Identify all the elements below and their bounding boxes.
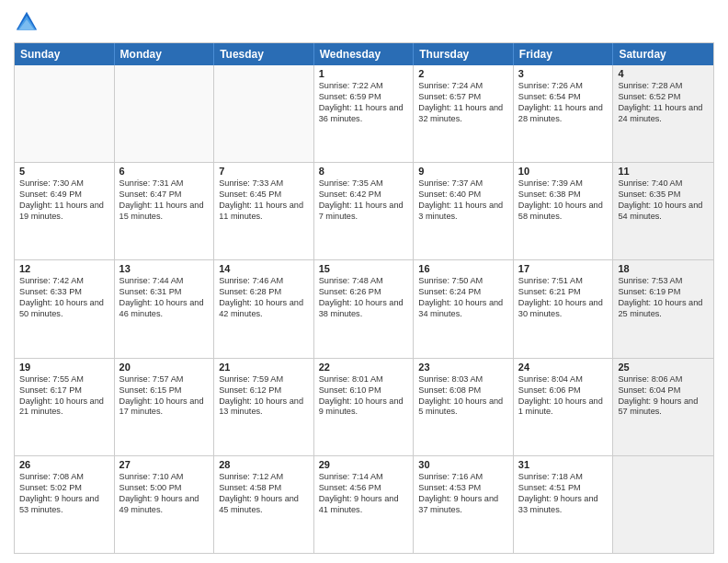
logo — [14, 9, 43, 35]
day-number: 12 — [19, 263, 109, 274]
day-number: 29 — [319, 459, 409, 470]
sunrise-text: Sunrise: 7:39 AM — [518, 178, 609, 190]
daylight-text: Daylight: 10 hours and 50 minutes. — [19, 298, 109, 320]
sunrise-text: Sunrise: 7:16 AM — [418, 472, 508, 483]
calendar-row: 19Sunrise: 7:55 AMSunset: 6:17 PMDayligh… — [15, 358, 713, 455]
daylight-text: Daylight: 9 hours and 49 minutes. — [119, 494, 210, 516]
daylight-text: Daylight: 10 hours and 21 minutes. — [19, 396, 109, 419]
sunrise-text: Sunrise: 7:42 AM — [19, 276, 109, 287]
calendar-cell: 26Sunrise: 7:08 AMSunset: 5:02 PMDayligh… — [15, 456, 115, 553]
day-number: 15 — [319, 263, 409, 274]
sunrise-text: Sunrise: 7:18 AM — [518, 472, 609, 483]
daylight-text: Daylight: 10 hours and 9 minutes. — [319, 396, 409, 419]
sunset-text: Sunset: 6:12 PM — [219, 385, 309, 396]
daylight-text: Daylight: 9 hours and 41 minutes. — [319, 494, 409, 516]
weekday-header: Friday — [514, 43, 614, 65]
sunset-text: Sunset: 6:04 PM — [618, 385, 709, 396]
day-number: 18 — [618, 263, 709, 274]
daylight-text: Daylight: 11 hours and 36 minutes. — [319, 103, 409, 125]
calendar-cell: 8Sunrise: 7:35 AMSunset: 6:42 PMDaylight… — [314, 163, 415, 259]
day-number: 3 — [518, 68, 609, 79]
calendar-header: SundayMondayTuesdayWednesdayThursdayFrid… — [15, 43, 713, 65]
calendar-cell: 24Sunrise: 8:04 AMSunset: 6:06 PMDayligh… — [514, 359, 614, 455]
day-number: 16 — [418, 263, 508, 274]
sunset-text: Sunset: 5:02 PM — [19, 483, 109, 494]
weekday-header: Thursday — [414, 43, 514, 65]
daylight-text: Daylight: 9 hours and 33 minutes. — [518, 494, 609, 516]
calendar-cell: 11Sunrise: 7:40 AMSunset: 6:35 PMDayligh… — [613, 163, 713, 259]
sunset-text: Sunset: 4:51 PM — [518, 483, 609, 494]
calendar-cell: 30Sunrise: 7:16 AMSunset: 4:53 PMDayligh… — [414, 456, 514, 553]
sunset-text: Sunset: 6:40 PM — [418, 190, 508, 201]
calendar-cell: 23Sunrise: 8:03 AMSunset: 6:08 PMDayligh… — [414, 359, 514, 455]
sunset-text: Sunset: 6:10 PM — [319, 385, 409, 396]
day-number: 20 — [119, 362, 210, 373]
sunrise-text: Sunrise: 7:08 AM — [19, 472, 109, 483]
calendar-cell: 28Sunrise: 7:12 AMSunset: 4:58 PMDayligh… — [214, 456, 314, 553]
calendar-cell: 27Sunrise: 7:10 AMSunset: 5:00 PMDayligh… — [115, 456, 215, 553]
daylight-text: Daylight: 10 hours and 34 minutes. — [418, 298, 508, 320]
calendar-body: 1Sunrise: 7:22 AMSunset: 6:59 PMDaylight… — [15, 65, 713, 553]
sunrise-text: Sunrise: 7:51 AM — [518, 276, 609, 287]
daylight-text: Daylight: 11 hours and 28 minutes. — [518, 103, 609, 125]
day-number: 5 — [19, 166, 109, 177]
sunset-text: Sunset: 6:19 PM — [618, 287, 709, 298]
day-number: 19 — [19, 362, 109, 373]
daylight-text: Daylight: 10 hours and 1 minute. — [518, 396, 609, 419]
calendar-cell: 5Sunrise: 7:30 AMSunset: 6:49 PMDaylight… — [15, 163, 115, 259]
weekday-header: Sunday — [15, 43, 115, 65]
sunset-text: Sunset: 6:28 PM — [219, 287, 309, 298]
calendar-cell: 31Sunrise: 7:18 AMSunset: 4:51 PMDayligh… — [514, 456, 614, 553]
weekday-header: Tuesday — [214, 43, 314, 65]
daylight-text: Daylight: 11 hours and 32 minutes. — [418, 103, 508, 125]
sunrise-text: Sunrise: 7:44 AM — [119, 276, 210, 287]
sunrise-text: Sunrise: 7:50 AM — [418, 276, 508, 287]
calendar-cell: 22Sunrise: 8:01 AMSunset: 6:10 PMDayligh… — [314, 359, 415, 455]
sunset-text: Sunset: 6:21 PM — [518, 287, 609, 298]
calendar-row: 26Sunrise: 7:08 AMSunset: 5:02 PMDayligh… — [15, 455, 713, 553]
calendar-cell — [214, 65, 314, 162]
sunset-text: Sunset: 6:59 PM — [319, 92, 409, 103]
day-number: 30 — [418, 459, 508, 470]
sunrise-text: Sunrise: 8:03 AM — [418, 374, 508, 385]
calendar-row: 12Sunrise: 7:42 AMSunset: 6:33 PMDayligh… — [15, 259, 713, 357]
sunrise-text: Sunrise: 7:26 AM — [518, 81, 609, 92]
day-number: 8 — [319, 166, 409, 177]
sunset-text: Sunset: 6:26 PM — [319, 287, 409, 298]
sunrise-text: Sunrise: 8:06 AM — [618, 374, 709, 385]
daylight-text: Daylight: 9 hours and 53 minutes. — [19, 494, 109, 516]
daylight-text: Daylight: 10 hours and 42 minutes. — [219, 298, 309, 320]
daylight-text: Daylight: 10 hours and 46 minutes. — [119, 298, 210, 320]
sunset-text: Sunset: 6:54 PM — [518, 92, 609, 103]
day-number: 7 — [219, 166, 309, 177]
sunset-text: Sunset: 5:00 PM — [119, 483, 210, 494]
weekday-header: Saturday — [613, 43, 713, 65]
sunset-text: Sunset: 4:53 PM — [418, 483, 508, 494]
calendar-cell: 7Sunrise: 7:33 AMSunset: 6:45 PMDaylight… — [214, 163, 314, 259]
sunset-text: Sunset: 6:06 PM — [518, 385, 609, 396]
sunset-text: Sunset: 6:49 PM — [19, 190, 109, 201]
day-number: 10 — [518, 166, 609, 177]
daylight-text: Daylight: 10 hours and 13 minutes. — [219, 396, 309, 419]
sunrise-text: Sunrise: 7:46 AM — [219, 276, 309, 287]
calendar-cell: 4Sunrise: 7:28 AMSunset: 6:52 PMDaylight… — [613, 65, 713, 162]
day-number: 11 — [618, 166, 709, 177]
day-number: 27 — [119, 459, 210, 470]
daylight-text: Daylight: 10 hours and 5 minutes. — [418, 396, 508, 419]
sunrise-text: Sunrise: 8:04 AM — [518, 374, 609, 385]
day-number: 13 — [119, 263, 210, 274]
daylight-text: Daylight: 11 hours and 15 minutes. — [119, 201, 210, 223]
calendar-cell: 16Sunrise: 7:50 AMSunset: 6:24 PMDayligh… — [414, 260, 514, 357]
calendar-cell — [613, 456, 713, 553]
calendar-cell: 19Sunrise: 7:55 AMSunset: 6:17 PMDayligh… — [15, 359, 115, 455]
sunrise-text: Sunrise: 7:12 AM — [219, 472, 309, 483]
calendar-cell: 14Sunrise: 7:46 AMSunset: 6:28 PMDayligh… — [214, 260, 314, 357]
sunrise-text: Sunrise: 7:28 AM — [618, 81, 709, 92]
sunrise-text: Sunrise: 7:59 AM — [219, 374, 309, 385]
sunset-text: Sunset: 6:52 PM — [618, 92, 709, 103]
daylight-text: Daylight: 11 hours and 3 minutes. — [418, 201, 508, 223]
calendar-cell: 20Sunrise: 7:57 AMSunset: 6:15 PMDayligh… — [115, 359, 215, 455]
sunset-text: Sunset: 6:17 PM — [19, 385, 109, 396]
page-header — [14, 9, 714, 35]
sunrise-text: Sunrise: 7:40 AM — [618, 178, 709, 190]
